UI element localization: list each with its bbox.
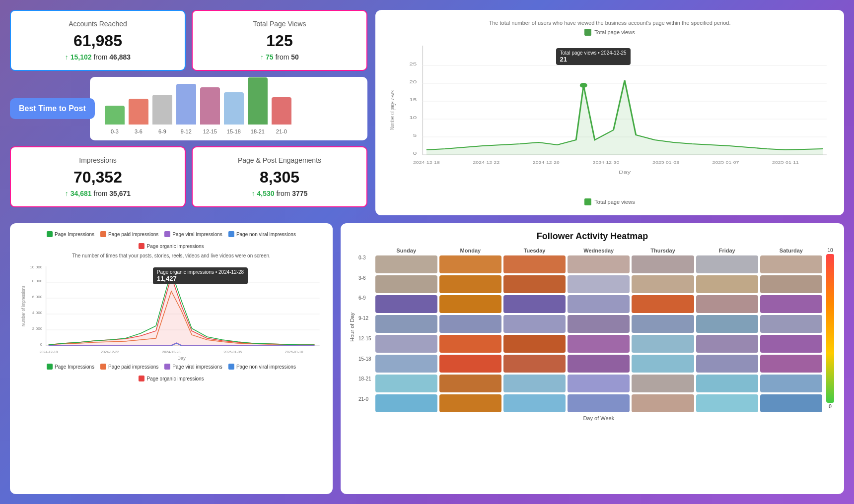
heatmap-cell: [696, 295, 758, 313]
bar-label: 18-21: [251, 128, 265, 134]
legend-label: Total page views: [594, 29, 635, 35]
svg-text:2024-12-22: 2024-12-22: [101, 350, 119, 354]
imp-bot-legend-3: Page viral impressions: [164, 364, 222, 370]
line-chart-description: The total number of users who have viewe…: [385, 20, 834, 26]
line-chart-card: The total number of users who have viewe…: [375, 10, 844, 215]
heatmap-cols: SundayMondayTuesdayWednesdayThursdayFrid…: [375, 248, 822, 421]
bar-label: 6-9: [158, 128, 166, 134]
heatmap-cell: [503, 275, 566, 293]
heatmap-cell: [632, 394, 694, 412]
imp-legend-color-5: [139, 243, 144, 249]
engagements-card: Page & Post Engagements 8,305 ↑ 4,530 fr…: [192, 146, 367, 207]
svg-text:8,000: 8,000: [32, 279, 43, 283]
engagements-value: 8,305: [205, 168, 355, 187]
impressions-change: ↑ 34,681 from 35,671: [23, 189, 173, 197]
bottom-legend-label: Total page views: [594, 199, 635, 205]
heatmap-row: [375, 375, 822, 392]
svg-text:Day: Day: [177, 356, 186, 361]
line-chart-tooltip: Total page views • 2024-12-25 21: [556, 48, 631, 65]
line-chart-area: Total page views • 2024-12-25 21 0 5 10 …: [385, 41, 834, 193]
imp-legend-item-5: Page organic impressions: [139, 243, 204, 249]
heatmap-rows: [375, 255, 822, 412]
accounts-reached-from-label: from: [93, 53, 109, 61]
heatmap-cell: [439, 394, 501, 412]
heatmap-col-header: Thursday: [632, 248, 694, 253]
svg-text:2025-01-07: 2025-01-07: [712, 161, 739, 165]
heatmap-title: Follower Activity Heatmap: [349, 231, 836, 242]
heatmap-y-axis-label: Hour of Day: [349, 248, 356, 421]
bar-label: 15-18: [227, 128, 241, 134]
impressions-bottom-legend: Page Impressions Page paid impressions P…: [18, 364, 325, 381]
heatmap-cell: [568, 375, 630, 392]
impressions-chart-card: Page Impressions Page paid impressions P…: [10, 223, 333, 494]
imp-legend-label-3: Page viral impressions: [172, 232, 222, 237]
impressions-top-legend: Page Impressions Page paid impressions P…: [18, 231, 325, 249]
total-page-views-title: Total Page Views: [205, 20, 355, 28]
colorbar: 10 0: [824, 248, 836, 421]
heatmap-cell: [568, 394, 630, 412]
bar: [224, 92, 244, 125]
imp-legend-color-1: [47, 231, 53, 237]
heatmap-cell: [760, 375, 822, 392]
accounts-reached-up-arrow: ↑: [65, 53, 71, 61]
heatmap-x-label: Day of Week: [375, 415, 822, 421]
heatmap-cell: [375, 335, 437, 353]
heatmap-cell: [760, 355, 822, 373]
impressions-tooltip: Page organic impressions • 2024-12-28 11…: [153, 267, 248, 284]
bar: [129, 99, 148, 125]
svg-text:2024-12-26: 2024-12-26: [533, 161, 560, 165]
imp-legend-item-3: Page viral impressions: [164, 231, 222, 237]
heatmap-cell: [632, 375, 694, 392]
heatmap-cell: [439, 355, 501, 373]
bottom-section: Page Impressions Page paid impressions P…: [10, 223, 844, 494]
svg-text:0: 0: [413, 151, 417, 155]
heatmap-cell: [760, 295, 822, 313]
heatmap-cell: [632, 275, 694, 293]
svg-text:10: 10: [409, 115, 417, 120]
svg-text:2024-12-18: 2024-12-18: [39, 350, 58, 354]
svg-text:2024-12-28: 2024-12-28: [162, 350, 181, 354]
impressions-subtitle: The number of times that your posts, sto…: [18, 253, 325, 258]
heatmap-cell: [568, 255, 630, 273]
main-container: Accounts Reached 61,985 ↑ 15,102 from 46…: [0, 0, 854, 504]
svg-text:2025-01-05: 2025-01-05: [223, 350, 242, 354]
engagements-title: Page & Post Engagements: [205, 156, 355, 164]
impressions-title: Impressions: [23, 156, 173, 164]
heatmap-cell: [568, 335, 630, 353]
chart-bottom-legend: Total page views: [385, 198, 834, 205]
accounts-reached-card: Accounts Reached 61,985 ↑ 15,102 from 46…: [10, 10, 186, 71]
heatmap-row-labels: 21-018-2115-1812-159-126-93-60-3: [358, 248, 371, 421]
svg-text:25: 25: [409, 62, 417, 66]
accounts-reached-from-value: 46,883: [109, 53, 131, 61]
heatmap-row-label: 6-9: [358, 289, 371, 307]
heatmap-cell: [503, 335, 566, 353]
bar-group: 15-18: [224, 92, 244, 134]
heatmap-row-label: 15-18: [358, 350, 371, 368]
heatmap-cell: [632, 355, 694, 373]
svg-text:2024-12-22: 2024-12-22: [473, 161, 499, 165]
line-chart-legend-row: Total page views: [385, 29, 834, 36]
heatmap-cell: [375, 295, 437, 313]
colorbar-gradient: [826, 254, 834, 403]
heatmap-cell: [439, 295, 501, 313]
svg-text:2,000: 2,000: [32, 326, 43, 331]
heatmap-cell: [375, 275, 437, 293]
heatmap-cell: [439, 315, 501, 333]
total-page-views-up-arrow: ↑: [260, 53, 266, 61]
heatmap-cell: [439, 275, 501, 293]
heatmap-row-label: 9-12: [358, 310, 371, 327]
svg-text:4,000: 4,000: [32, 311, 43, 315]
bar: [248, 77, 268, 125]
imp-legend-label-1: Page Impressions: [55, 232, 94, 237]
heatmap-cell: [760, 255, 822, 273]
heatmap-cell: [696, 335, 758, 353]
heatmap-cell: [696, 394, 758, 412]
impressions-value: 70,352: [23, 168, 173, 187]
heatmap-row: [375, 275, 822, 293]
heatmap-row-label: 12-15: [358, 329, 371, 347]
top-metric-cards-row: Accounts Reached 61,985 ↑ 15,102 from 46…: [10, 10, 367, 71]
total-page-views-change: ↑ 75 from 50: [205, 53, 355, 61]
heatmap-row-label: 3-6: [358, 269, 371, 287]
heatmap-cell: [696, 315, 758, 333]
heatmap-cell: [503, 375, 566, 392]
